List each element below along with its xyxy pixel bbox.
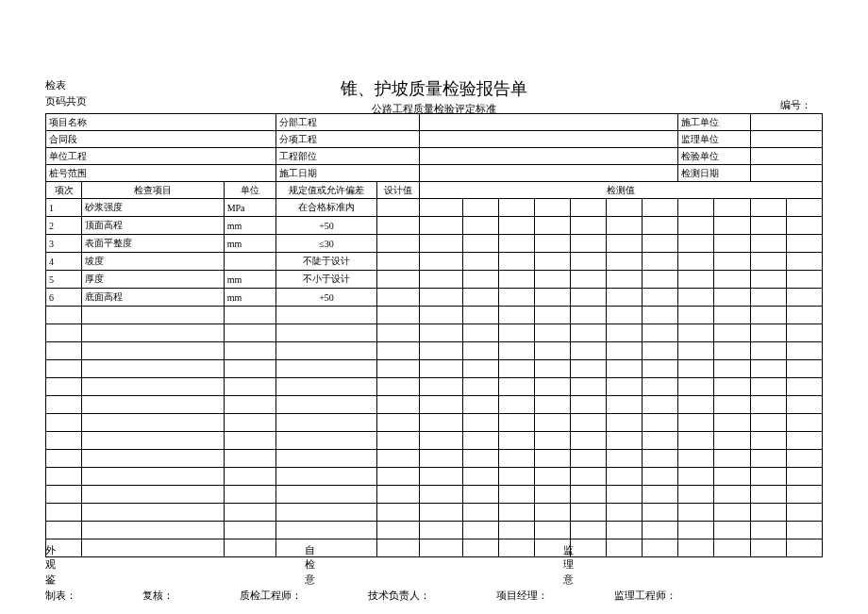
cell-design (377, 342, 420, 360)
cell-measure (643, 450, 678, 468)
cell-spec (275, 307, 376, 324)
cell-design (377, 468, 420, 486)
cell-measure (750, 271, 786, 289)
cell-measure (534, 199, 570, 217)
cell-design (377, 271, 420, 289)
cell-measure (570, 414, 606, 432)
cell-measure (786, 235, 822, 253)
cell-measure (607, 307, 643, 324)
cell-num (46, 504, 82, 522)
fc2l2: 检 (305, 557, 564, 572)
cell-measure (498, 450, 534, 468)
cell-num: 6 (46, 289, 82, 307)
table-row (46, 324, 823, 342)
fc2l1: 自 (305, 543, 564, 557)
cell-measure (643, 289, 678, 307)
cell-item (82, 432, 225, 450)
cell-measure (786, 450, 822, 468)
val-construct-date (420, 165, 678, 182)
cell-measure (534, 217, 570, 235)
cell-unit (224, 468, 275, 486)
cell-measure (786, 342, 822, 360)
cell-measure (498, 378, 534, 396)
cell-unit (224, 450, 275, 468)
cell-measure (750, 468, 786, 486)
cell-measure (607, 289, 643, 307)
cell-measure (420, 253, 462, 271)
table-row: 1砂浆强度MPa在合格标准内 (46, 199, 823, 217)
cell-design (377, 217, 420, 235)
cell-measure (534, 414, 570, 432)
cell-design (377, 522, 420, 539)
cell-measure (420, 432, 462, 450)
header-row-2: 合同段 分项工程 监理单位 (46, 131, 823, 148)
cell-item (82, 504, 225, 522)
cell-measure (462, 324, 498, 342)
table-row (46, 450, 823, 468)
col-design: 设计值 (377, 182, 420, 199)
cell-measure (786, 468, 822, 486)
cell-measure (498, 432, 534, 450)
cell-measure (462, 342, 498, 360)
cell-unit: mm (224, 271, 275, 289)
cell-measure (714, 271, 750, 289)
cell-measure (462, 486, 498, 504)
cell-measure (462, 271, 498, 289)
table-row (46, 432, 823, 450)
fc3l2: 理 (563, 557, 823, 572)
cell-measure (678, 486, 714, 504)
cell-measure (420, 307, 462, 324)
fb-supervisor: 监理工程师： (614, 589, 676, 603)
fb-qc-engineer: 质检工程师： (240, 589, 302, 603)
cell-measure (570, 504, 606, 522)
lbl-inspect-unit: 检验单位 (678, 148, 750, 165)
cell-measure (678, 504, 714, 522)
cell-item: 坡度 (82, 253, 225, 271)
cell-measure (498, 468, 534, 486)
cell-measure (570, 450, 606, 468)
cell-measure (570, 486, 606, 504)
cell-measure (534, 235, 570, 253)
cell-item: 顶面高程 (82, 217, 225, 235)
cell-measure (420, 360, 462, 378)
lbl-div-project: 分部工程 (275, 114, 420, 131)
cell-measure (678, 289, 714, 307)
col-spec: 规定值或允许偏差 (275, 182, 376, 199)
cell-item (82, 486, 225, 504)
cell-measure (750, 522, 786, 539)
cell-measure (462, 396, 498, 414)
cell-measure (570, 217, 606, 235)
cell-unit: MPa (224, 199, 275, 217)
cell-measure (420, 217, 462, 235)
cell-measure (750, 504, 786, 522)
cell-measure (786, 522, 822, 539)
table-row (46, 307, 823, 324)
cell-measure (498, 217, 534, 235)
cell-measure (498, 396, 534, 414)
cell-measure (750, 253, 786, 271)
cell-measure (786, 414, 822, 432)
cell-num: 5 (46, 271, 82, 289)
cell-measure (714, 396, 750, 414)
table-row: 4坡度不陡于设计 (46, 253, 823, 271)
data-body: 1砂浆强度MPa在合格标准内2顶面高程mm+503表面平整度mm≤304坡度不陡… (46, 199, 823, 557)
footer-col-supervise: 监 理 意 (563, 543, 823, 587)
cell-design (377, 396, 420, 414)
cell-measure (678, 414, 714, 432)
cell-measure (678, 324, 714, 342)
cell-measure (678, 253, 714, 271)
cell-num (46, 396, 82, 414)
cell-spec (275, 378, 376, 396)
cell-spec: 不陡于设计 (275, 253, 376, 271)
cell-measure (570, 199, 606, 217)
cell-measure (678, 271, 714, 289)
cell-measure (714, 378, 750, 396)
cell-item (82, 342, 225, 360)
cell-measure (750, 324, 786, 342)
cell-measure (607, 342, 643, 360)
cell-spec (275, 522, 376, 539)
cell-measure (462, 289, 498, 307)
cell-num (46, 360, 82, 378)
cell-measure (714, 504, 750, 522)
cell-design (377, 235, 420, 253)
